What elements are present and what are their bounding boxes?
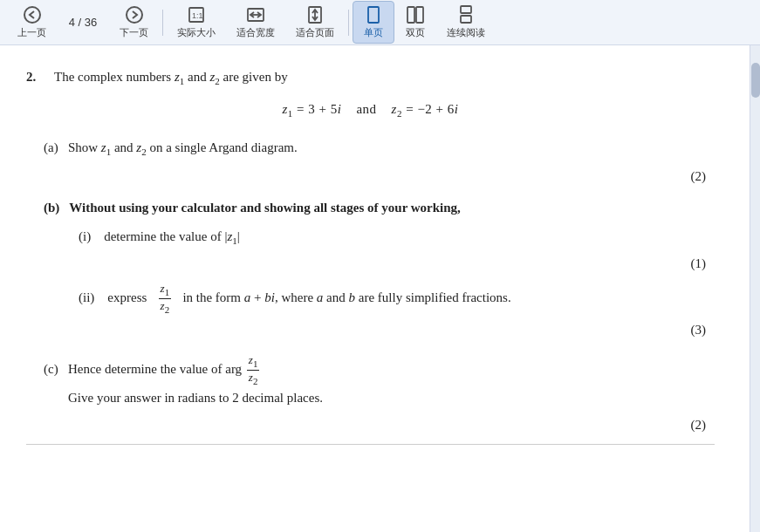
part-a-content: (a) Show z1 and z2 on a single Argand di… <box>44 137 715 160</box>
fit-page-label: 适合页面 <box>296 26 334 39</box>
page-number-text: 4 / 36 <box>69 16 98 29</box>
double-page-button[interactable]: 双页 <box>394 2 436 43</box>
sub-part-ii: (ii) express z1 z2 in the form a + bi, w… <box>79 282 715 316</box>
continuous-label: 连续阅读 <box>447 26 485 39</box>
actual-size-button[interactable]: 1:1 实际大小 <box>167 2 226 43</box>
part-a: (a) Show z1 and z2 on a single Argand di… <box>44 137 715 160</box>
question-header: 2. The complex numbers z1 and z2 are giv… <box>26 66 715 90</box>
part-a-marks: (2) <box>26 166 706 188</box>
svg-point-1 <box>127 7 142 23</box>
fit-width-button[interactable]: 适合宽度 <box>226 2 285 43</box>
prev-page-button[interactable]: 上一页 <box>7 2 57 43</box>
formula-line: z1 = 3 + 5i and z2 = −2 + 6i <box>26 99 715 122</box>
question-number: 2. <box>26 66 44 89</box>
svg-text:1:1: 1:1 <box>192 11 203 20</box>
sub-ii-text: (ii) express z1 z2 in the form a + bi, w… <box>79 290 511 304</box>
svg-rect-11 <box>461 6 471 13</box>
part-a-label: (a) Show z1 and z2 on a single Argand di… <box>44 140 298 154</box>
part-c-subtext: Give your answer in radians to 2 decimal… <box>68 391 323 405</box>
continuous-button[interactable]: 连续阅读 <box>436 2 496 43</box>
next-page-label: 下一页 <box>120 26 148 39</box>
scrollbar[interactable] <box>750 45 760 532</box>
single-page-button[interactable]: 单页 <box>353 1 394 44</box>
page-indicator: 4 / 36 <box>57 16 109 29</box>
sub-i-text: (i) determine the value of |z1| <box>79 229 240 243</box>
part-b: (b) Without using your calculator and sh… <box>44 197 715 342</box>
part-c-marks: (2) <box>26 414 706 437</box>
svg-point-0 <box>24 7 40 23</box>
frac-c-z1-z2: z1 z2 <box>247 353 260 387</box>
svg-rect-10 <box>416 7 423 23</box>
toolbar: 上一页 4 / 36 下一页 1:1 实际大小 适合宽度 <box>0 0 760 45</box>
double-page-label: 双页 <box>406 26 425 39</box>
page-content: 2. The complex numbers z1 and z2 are giv… <box>0 45 750 532</box>
frac-z1-z2: z1 z2 <box>159 282 172 316</box>
part-c-text: (c) Hence determine the value of arg z1 … <box>44 362 261 376</box>
next-page-button[interactable]: 下一页 <box>109 2 159 43</box>
content-area: 2. The complex numbers z1 and z2 are giv… <box>0 45 760 532</box>
divider-2 <box>348 10 349 36</box>
divider-1 <box>162 10 163 36</box>
question-intro: The complex numbers z1 and z2 are given … <box>54 66 288 90</box>
svg-rect-12 <box>461 16 471 23</box>
svg-rect-9 <box>407 7 414 23</box>
part-c: (c) Hence determine the value of arg z1 … <box>44 353 715 409</box>
scrollbar-thumb[interactable] <box>751 63 760 98</box>
single-page-label: 单页 <box>364 26 383 39</box>
bottom-border <box>26 444 715 445</box>
fit-width-label: 适合宽度 <box>236 26 275 39</box>
fit-page-button[interactable]: 适合页面 <box>285 2 345 43</box>
sub-part-i: (i) determine the value of |z1| <box>79 226 715 249</box>
actual-size-label: 实际大小 <box>177 26 216 39</box>
svg-rect-8 <box>368 7 379 23</box>
sub-i-marks: (1) <box>44 253 706 276</box>
sub-ii-marks: (3) <box>44 319 706 342</box>
part-b-label: (b) Without using your calculator and sh… <box>44 201 461 215</box>
prev-page-label: 上一页 <box>17 26 46 39</box>
